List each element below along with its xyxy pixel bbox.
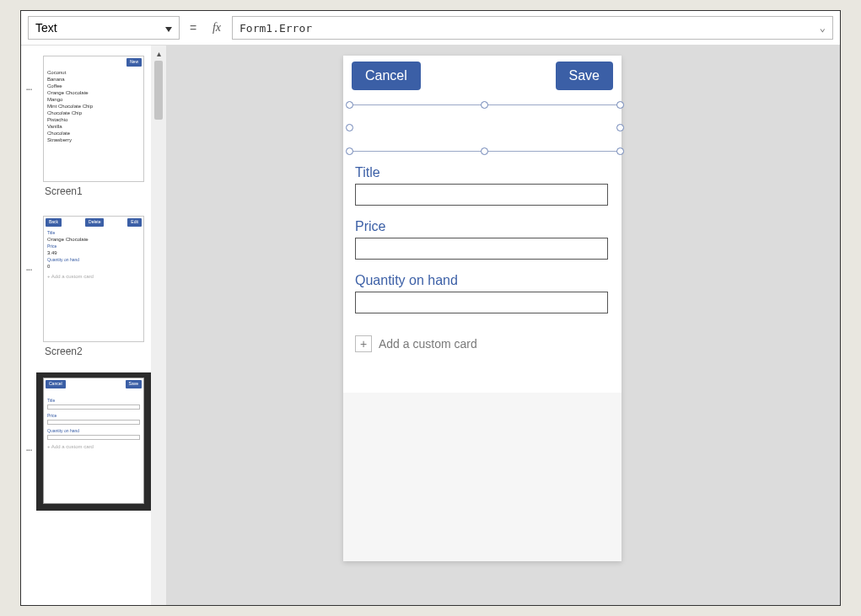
formula-input[interactable]: Form1.Error ⌄ — [232, 16, 833, 40]
plus-icon: + — [355, 335, 372, 352]
more-icon[interactable]: ... — [21, 46, 36, 93]
form-header: Cancel Save — [343, 56, 622, 96]
add-custom-card[interactable]: + Add a custom card — [355, 335, 608, 352]
resize-handle[interactable] — [481, 101, 488, 109]
more-icon[interactable]: ... — [21, 93, 36, 273]
equals-sign: = — [185, 21, 202, 35]
phone-screen: Cancel Save Title — [343, 56, 622, 561]
fx-icon[interactable]: fx — [207, 21, 227, 35]
selected-error-label[interactable] — [350, 104, 620, 152]
thumbnail-screen1[interactable]: New Coconut Banana Coffee Orange Chocola… — [41, 52, 146, 207]
save-button[interactable]: Save — [556, 62, 613, 90]
quantity-input[interactable] — [355, 292, 608, 313]
property-dropdown-value: Text — [35, 21, 57, 35]
resize-handle[interactable] — [346, 124, 353, 131]
expand-down-icon[interactable]: ⌄ — [820, 22, 826, 34]
thumbnail-preview: Back Delete Edit Title Orange Chocolate … — [43, 216, 144, 342]
app-frame: Text = fx Form1.Error ⌄ ... ... ... New — [20, 10, 841, 606]
field-label: Title — [355, 165, 608, 180]
field-label: Quantity on hand — [355, 273, 608, 288]
thumbnail-scrollbar[interactable]: ▴ — [151, 46, 166, 605]
field-title[interactable]: Title — [355, 165, 608, 206]
chevron-down-icon — [160, 21, 172, 35]
property-dropdown[interactable]: Text — [28, 16, 180, 40]
scroll-handle[interactable] — [154, 61, 163, 120]
thumbnail-screen2[interactable]: Back Delete Edit Title Orange Chocolate … — [41, 212, 146, 367]
resize-handle[interactable] — [481, 147, 488, 155]
formula-text: Form1.Error — [239, 22, 312, 35]
thumbnail-preview: New Coconut Banana Coffee Orange Chocola… — [43, 56, 144, 182]
form-body: Title Price Quantity on hand + Add a cus… — [355, 165, 608, 352]
field-quantity[interactable]: Quantity on hand — [355, 273, 608, 313]
resize-handle[interactable] — [346, 147, 353, 155]
resize-handle[interactable] — [616, 147, 624, 155]
scroll-up-icon[interactable]: ▴ — [151, 46, 166, 61]
design-canvas[interactable]: Cancel Save Title — [166, 46, 840, 605]
cancel-button[interactable]: Cancel — [352, 62, 421, 90]
price-input[interactable] — [355, 238, 608, 260]
thumbnail-label: Screen2 — [43, 342, 144, 366]
add-card-label: Add a custom card — [379, 337, 477, 351]
more-icon[interactable]: ... — [21, 273, 36, 453]
resize-handle[interactable] — [616, 124, 624, 131]
thumbnail-gutter: ... ... ... — [21, 46, 36, 605]
phone-bottom-area — [343, 393, 622, 561]
thumbnail-preview: Cancel Save Title Price Quantity on hand… — [43, 378, 144, 504]
thumb-new-button: New — [126, 58, 142, 67]
thumbnail-panel: New Coconut Banana Coffee Orange Chocola… — [36, 46, 151, 605]
formula-bar: Text = fx Form1.Error ⌄ — [21, 11, 840, 46]
resize-handle[interactable] — [346, 101, 353, 109]
title-input[interactable] — [355, 184, 608, 206]
thumbnail-label: Screen1 — [43, 182, 144, 206]
thumbnail-screen3[interactable]: Cancel Save Title Price Quantity on hand… — [36, 372, 151, 511]
resize-handle[interactable] — [616, 101, 624, 109]
main-area: ... ... ... New Coconut Banana Coffee Or… — [21, 46, 840, 605]
field-price[interactable]: Price — [355, 219, 608, 260]
field-label: Price — [355, 219, 608, 234]
